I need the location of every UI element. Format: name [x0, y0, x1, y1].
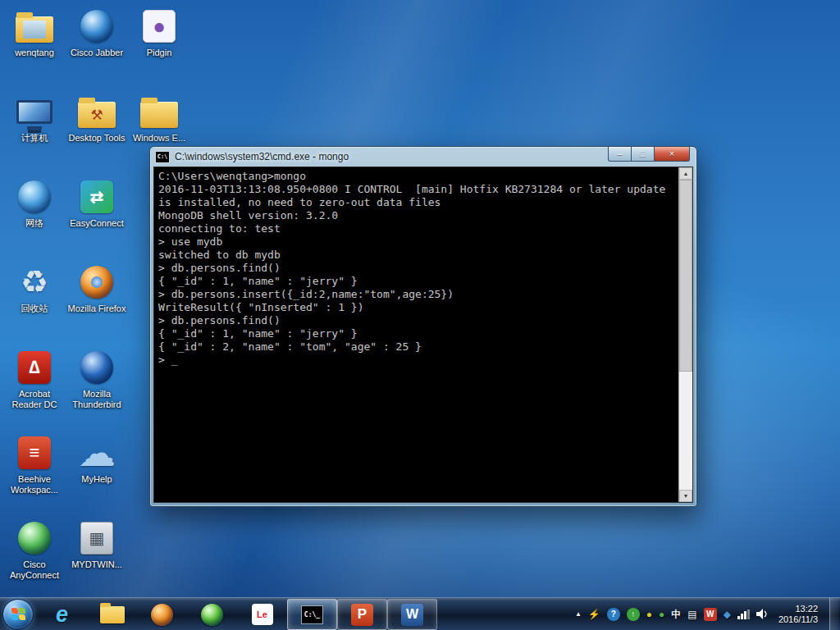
window-titlebar[interactable]: C:\ C:\windows\system32\cmd.exe - mongo … — [150, 147, 696, 167]
recycle-bin-icon: ♻ — [21, 264, 48, 300]
desktop-icon-network[interactable]: 网络 — [5, 177, 64, 229]
installer-icon: ▦ — [80, 522, 113, 555]
close-button[interactable]: × — [654, 147, 690, 162]
icon-label: Beehive Workspac... — [5, 474, 64, 495]
desktop-icon-recycle-bin[interactable]: ♻ 回收站 — [5, 262, 64, 314]
cmd-icon: C:\_ — [301, 605, 323, 624]
scroll-down-arrow[interactable]: ▼ — [679, 490, 692, 502]
scroll-up-arrow[interactable]: ▲ — [679, 167, 692, 180]
icon-label: Mozilla Thunderbird — [67, 389, 126, 410]
folder-icon — [100, 606, 125, 623]
clock-date: 2016/11/3 — [778, 614, 818, 625]
maximize-button[interactable]: □ — [632, 147, 654, 162]
console-line: { "_id" : 1, "name" : "jerry" } — [158, 327, 673, 340]
thunderbird-icon — [80, 351, 113, 384]
ime-indicator[interactable]: 中 — [671, 609, 681, 619]
taskbar-letv-button[interactable]: Le — [237, 599, 287, 630]
icon-label: Mozilla Firefox — [67, 304, 126, 314]
desktop-icon-cisco-jabber[interactable]: Cisco Jabber — [67, 7, 126, 58]
powerpoint-icon: P — [351, 604, 373, 626]
update-icon[interactable]: ↑ — [627, 608, 640, 621]
icon-label: MyHelp — [67, 474, 126, 485]
help-icon[interactable]: ? — [607, 608, 620, 621]
easyconnect-icon: ⇄ — [80, 180, 113, 213]
system-tray: ▲ ⚡ ? ↑ ● ● 中 ▤ W ◆ 13:22 2016/11/3 — [575, 598, 840, 630]
console-output[interactable]: C:\Users\wenqtang>mongo 2016-11-03T13:13… — [153, 167, 693, 503]
windows-logo-icon — [11, 608, 25, 620]
icon-label: wenqtang — [5, 48, 64, 58]
scrollbar-thumb[interactable] — [679, 180, 692, 372]
clock-time: 13:22 — [778, 604, 818, 614]
console-line: MongoDB shell version: 3.2.0 — [158, 209, 673, 222]
desktop-icon-cisco-anyconnect[interactable]: Cisco AnyConnect — [5, 518, 64, 581]
status-yellow-icon[interactable]: ● — [646, 609, 652, 619]
cloud-icon: ☁ — [78, 431, 116, 475]
desktop-icon-myhelp[interactable]: ☁ MyHelp — [67, 433, 126, 485]
start-button[interactable] — [2, 599, 34, 630]
desktop-icon-desktop-tools[interactable]: ⚒ Desktop Tools — [67, 92, 126, 144]
power-icon[interactable]: ⚡ — [588, 609, 600, 619]
acrobat-icon: ∆ — [18, 351, 51, 384]
icon-label: Windows E... — [130, 133, 189, 144]
desktop-icon-mydtwin[interactable]: ▦ MYDTWIN... — [67, 518, 126, 570]
computer-icon — [16, 100, 52, 124]
desktop: wenqtang 计算机 网络 ♻ 回收站 ∆ Acrobat Reader D… — [0, 0, 840, 630]
console-line: { "_id" : 1, "name" : "jerry" } — [158, 275, 673, 288]
security-app-icon[interactable]: W — [704, 608, 717, 621]
console-line: > db.persons.find() — [158, 262, 673, 275]
desktop-icon-wenqtang[interactable]: wenqtang — [5, 7, 64, 58]
cmd-window: C:\ C:\windows\system32\cmd.exe - mongo … — [149, 146, 697, 507]
jabber-icon — [80, 10, 113, 43]
firefox-icon — [151, 604, 173, 626]
show-desktop-button[interactable] — [829, 598, 838, 630]
console-scrollbar[interactable]: ▲ ▼ — [678, 167, 692, 502]
taskbar-cmd-button[interactable]: C:\_ — [287, 599, 337, 630]
icon-label: MYDTWIN... — [67, 559, 126, 570]
tools-folder-icon: ⚒ — [78, 102, 116, 128]
keyboard-layout-icon[interactable]: ▤ — [687, 609, 696, 619]
user-folder-icon — [16, 16, 53, 43]
firefox-icon — [80, 266, 113, 299]
network-icon[interactable] — [737, 609, 750, 619]
taskbar: e Le C:\_ P W ▲ — [0, 597, 840, 630]
taskbar-explorer-button[interactable] — [87, 599, 137, 630]
icon-label: 网络 — [5, 218, 64, 229]
vpn-app-icon[interactable]: ◆ — [724, 609, 731, 619]
green-browser-icon — [201, 604, 223, 626]
folder-icon — [140, 102, 178, 128]
taskbar-green-browser-button[interactable] — [187, 599, 237, 630]
taskbar-firefox-button[interactable] — [137, 599, 187, 630]
anyconnect-icon — [18, 522, 51, 555]
cmd-icon: C:\ — [155, 151, 170, 163]
status-green-icon[interactable]: ● — [659, 609, 664, 619]
desktop-icon-computer[interactable]: 计算机 — [5, 92, 64, 144]
taskbar-ie-button[interactable]: e — [37, 599, 87, 630]
desktop-icon-beehive-workspaces[interactable]: ≡ Beehive Workspac... — [5, 433, 64, 495]
window-title: C:\windows\system32\cmd.exe - mongo — [175, 151, 603, 162]
taskbar-word-button[interactable]: W — [387, 599, 437, 630]
console-line: is installed, no need to zero-out data f… — [158, 196, 673, 209]
desktop-icon-easyconnect[interactable]: ⇄ EasyConnect — [67, 177, 126, 229]
taskbar-powerpoint-button[interactable]: P — [337, 599, 387, 630]
console-line: > _ — [158, 354, 673, 367]
volume-icon[interactable] — [756, 609, 769, 619]
desktop-icon-acrobat-reader[interactable]: ∆ Acrobat Reader DC — [5, 348, 64, 410]
console-line: WriteResult({ "nInserted" : 1 }) — [158, 301, 673, 314]
minimize-button[interactable]: – — [608, 147, 632, 162]
icon-label: EasyConnect — [67, 218, 126, 229]
network-globe-icon — [18, 180, 51, 213]
taskbar-clock[interactable]: 13:22 2016/11/3 — [778, 604, 818, 625]
internet-explorer-icon: e — [56, 602, 68, 628]
icon-label: 计算机 — [5, 133, 64, 144]
icon-label: Desktop Tools — [67, 133, 126, 144]
desktop-icon-windows-explorer-folder[interactable]: Windows E... — [130, 92, 189, 144]
console-line: switched to db mydb — [158, 249, 673, 262]
desktop-icon-thunderbird[interactable]: Mozilla Thunderbird — [67, 348, 126, 410]
icon-label: Pidgin — [130, 48, 189, 58]
desktop-icon-firefox[interactable]: Mozilla Firefox — [67, 262, 126, 314]
hidden-icons-chevron-icon[interactable]: ▲ — [575, 611, 582, 618]
desktop-icon-pidgin[interactable]: ● Pidgin — [130, 7, 189, 58]
console-line: connecting to: test — [158, 222, 673, 235]
scrollbar-track[interactable] — [679, 180, 692, 490]
console-line: > use mydb — [158, 235, 673, 249]
